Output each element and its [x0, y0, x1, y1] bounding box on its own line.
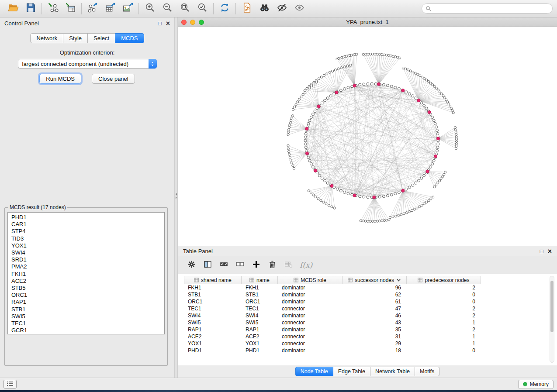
table-cell[interactable]: dominator — [278, 347, 343, 354]
close-panel-icon[interactable]: × — [166, 21, 170, 26]
close-table-panel-icon[interactable]: × — [548, 248, 552, 254]
table-cell[interactable]: RAP1 — [184, 327, 242, 333]
table-cell[interactable]: dominator — [278, 327, 343, 333]
table-cell[interactable]: 46 — [343, 313, 407, 319]
mcds-result-item[interactable]: RAP1 — [8, 299, 164, 306]
zoom-in-button[interactable] — [141, 2, 159, 16]
table-cell[interactable]: 29 — [343, 340, 407, 347]
export-image-button[interactable] — [119, 2, 136, 16]
table-row[interactable]: TEC1TEC1connector472 — [184, 305, 557, 312]
tab-motifs[interactable]: Motifs — [415, 367, 439, 376]
mcds-result-item[interactable]: TID3 — [8, 235, 164, 242]
table-cell[interactable]: 2 — [407, 306, 481, 312]
import-network-button[interactable] — [44, 2, 62, 16]
mcds-result-item[interactable]: STP4 — [8, 228, 164, 235]
column-header-MCDS-role[interactable]: MCDS role — [278, 276, 343, 284]
zoom-out-button[interactable] — [159, 2, 176, 16]
table-cell[interactable]: ACE2 — [242, 334, 278, 340]
table-cell[interactable]: 61 — [343, 299, 407, 305]
graphics-details-button[interactable] — [273, 2, 291, 16]
task-history-button[interactable] — [3, 380, 17, 389]
table-cell[interactable]: TEC1 — [184, 306, 242, 312]
table-row[interactable]: SWI5SWI5connector431 — [184, 319, 557, 326]
table-cell[interactable]: 96 — [343, 285, 407, 291]
table-row[interactable]: FKH1FKH1dominator962 — [184, 284, 557, 291]
table-cell[interactable]: TEC1 — [242, 306, 278, 312]
table-cell[interactable]: PHD1 — [184, 347, 242, 354]
float-panel-icon[interactable]: □ — [158, 21, 162, 26]
table-cell[interactable]: 35 — [343, 327, 407, 333]
run-mcds-button[interactable]: Run MCDS — [39, 74, 81, 84]
table-cell[interactable]: 0 — [407, 299, 481, 305]
delete-table-button[interactable] — [282, 258, 295, 272]
table-cell[interactable]: 47 — [343, 306, 407, 312]
table-cell[interactable]: SWI5 — [184, 320, 242, 326]
table-cell[interactable]: 2 — [407, 313, 481, 319]
import-table-button[interactable] — [62, 2, 79, 16]
table-settings-button[interactable] — [185, 258, 198, 272]
table-cell[interactable]: SWI5 — [242, 320, 278, 326]
tab-node-table[interactable]: Node Table — [295, 367, 333, 376]
mcds-result-item[interactable]: STB1 — [8, 306, 164, 313]
table-cell[interactable]: PHD1 — [242, 347, 278, 354]
tab-edge-table[interactable]: Edge Table — [333, 367, 370, 376]
export-network-button[interactable] — [84, 2, 101, 16]
mcds-result-item[interactable]: YOX1 — [8, 242, 164, 249]
mcds-result-item[interactable]: PMA2 — [8, 263, 164, 270]
table-cell[interactable]: SWI4 — [184, 313, 242, 319]
table-cell[interactable]: ORC1 — [242, 299, 278, 305]
mcds-result-item[interactable]: TEC1 — [8, 320, 164, 327]
panel-splitter[interactable] — [175, 17, 177, 378]
table-cell[interactable]: ACE2 — [184, 334, 242, 340]
column-header-shared-name[interactable]: shared name — [184, 276, 242, 284]
table-cell[interactable]: connector — [278, 340, 343, 347]
table-cell[interactable]: FKH1 — [242, 285, 278, 291]
open-file-button[interactable] — [4, 2, 22, 16]
tab-mcds[interactable]: MCDS — [115, 33, 144, 43]
mcds-result-item[interactable]: ACE2 — [8, 278, 164, 285]
table-cell[interactable]: YOX1 — [184, 340, 242, 347]
table-cell[interactable]: RAP1 — [242, 327, 278, 333]
table-cell[interactable]: STB1 — [184, 292, 242, 298]
table-cell[interactable]: FKH1 — [184, 285, 242, 291]
table-cell[interactable]: connector — [278, 306, 343, 312]
table-cell[interactable]: 18 — [343, 347, 407, 354]
table-cell[interactable]: 62 — [343, 292, 407, 298]
search-input[interactable] — [433, 6, 549, 12]
tab-select[interactable]: Select — [88, 33, 115, 43]
table-cell[interactable]: connector — [278, 320, 343, 326]
table-row[interactable]: ORC1ORC1dominator610 — [184, 298, 557, 305]
refresh-view-button[interactable] — [216, 2, 233, 16]
criterion-dropdown[interactable]: largest connected component (undirected) — [18, 59, 157, 69]
table-cell[interactable]: dominator — [278, 292, 343, 298]
table-cell[interactable]: 1 — [407, 320, 481, 326]
zoom-selected-button[interactable] — [194, 2, 211, 16]
table-row[interactable]: STB1STB1dominator620 — [184, 291, 557, 298]
mcds-result-item[interactable]: SRD1 — [8, 256, 164, 263]
column-header-predecessor-nodes[interactable]: predecessor nodes — [407, 276, 481, 284]
mcds-result-item[interactable]: SWI4 — [8, 249, 164, 256]
save-session-button[interactable] — [22, 2, 39, 16]
table-cell[interactable]: dominator — [278, 313, 343, 319]
table-cell[interactable]: dominator — [278, 285, 343, 291]
table-cell[interactable]: connector — [278, 334, 343, 340]
table-cell[interactable]: STB1 — [242, 292, 278, 298]
table-cell[interactable]: 1 — [407, 340, 481, 347]
select-all-button[interactable] — [217, 258, 230, 272]
table-cell[interactable]: YOX1 — [242, 340, 278, 347]
table-cell[interactable]: dominator — [278, 299, 343, 305]
table-cell[interactable]: 0 — [407, 347, 481, 354]
find-button[interactable] — [256, 2, 273, 16]
mcds-result-item[interactable]: ORC1 — [8, 292, 164, 299]
table-cell[interactable]: 2 — [407, 285, 481, 291]
table-cell[interactable]: SWI4 — [242, 313, 278, 319]
tab-network[interactable]: Network — [30, 33, 63, 43]
table-scrollbar[interactable] — [550, 276, 554, 363]
delete-column-button[interactable] — [266, 258, 279, 272]
scrollbar-thumb[interactable] — [550, 281, 554, 332]
mcds-result-item[interactable]: STB5 — [8, 285, 164, 292]
close-panel-button[interactable]: Close panel — [92, 74, 135, 84]
tab-style[interactable]: Style — [63, 33, 88, 43]
table-cell[interactable]: 43 — [343, 320, 407, 326]
zoom-fit-button[interactable] — [176, 2, 194, 16]
